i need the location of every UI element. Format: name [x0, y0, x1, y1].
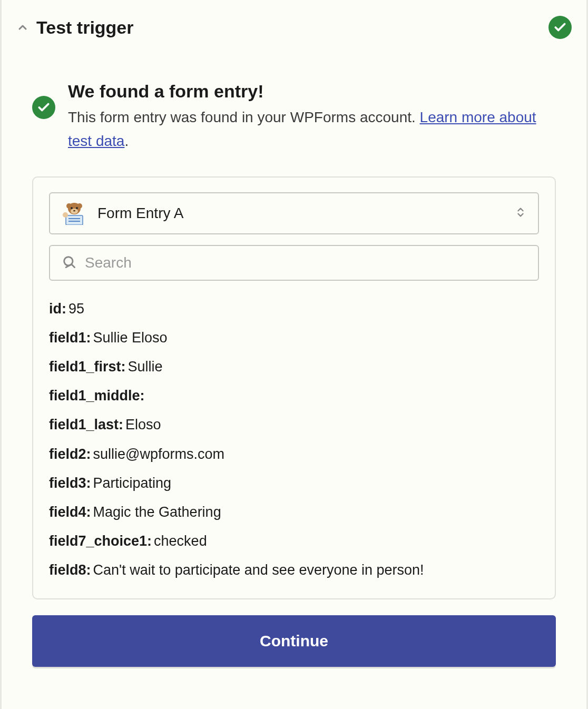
chevron-up-icon[interactable] — [16, 21, 29, 34]
found-description-prefix: This form entry was found in your WPForm… — [68, 109, 420, 125]
field-key: field7_choice1: — [49, 533, 152, 549]
svg-line-13 — [72, 264, 74, 267]
field-row: field4:Magic the Gathering — [49, 501, 539, 524]
field-row: field1_middle: — [49, 385, 539, 407]
field-value: Eloso — [125, 417, 161, 432]
chevron-updown-icon — [515, 206, 526, 220]
svg-rect-7 — [66, 215, 83, 225]
field-list: id:95 field1:Sullie Eloso field1_first:S… — [49, 298, 539, 582]
search-box[interactable] — [49, 245, 539, 281]
check-icon — [32, 96, 55, 119]
found-heading: We found a form entry! — [68, 81, 556, 102]
field-key: field2: — [49, 446, 91, 462]
field-row: field2:sullie@wpforms.com — [49, 443, 539, 466]
field-row: field3:Participating — [49, 472, 539, 495]
field-value: 95 — [68, 301, 84, 317]
field-key: field1_first: — [49, 359, 126, 375]
field-row: field1:Sullie Eloso — [49, 327, 539, 349]
field-value: Participating — [93, 475, 172, 491]
field-value: sullie@wpforms.com — [93, 446, 224, 462]
svg-point-5 — [76, 207, 78, 209]
field-row: field7_choice1:checked — [49, 530, 539, 553]
field-row: field1_last:Eloso — [49, 413, 539, 436]
dropdown-selected-label: Form Entry A — [97, 205, 183, 222]
field-key: field1: — [49, 330, 91, 346]
svg-point-4 — [71, 207, 73, 209]
field-value: Sullie Eloso — [93, 330, 168, 346]
form-entry-selector[interactable]: Form Entry A — [49, 192, 539, 234]
field-value: Sullie — [128, 359, 163, 375]
form-entry-card: Form Entry A id:95 field1:Sullie Eloso f… — [32, 176, 556, 600]
field-key: field1_middle: — [49, 388, 145, 403]
wpforms-icon — [62, 202, 87, 225]
found-entry-message: We found a form entry! This form entry w… — [16, 81, 572, 153]
section-title: Test trigger — [36, 17, 134, 38]
field-row: id:95 — [49, 298, 539, 320]
field-key: field4: — [49, 504, 91, 520]
field-value: checked — [154, 533, 207, 549]
found-description-suffix: . — [124, 133, 129, 149]
section-header: Test trigger — [16, 16, 572, 39]
field-key: field3: — [49, 475, 91, 491]
found-description: This form entry was found in your WPForm… — [68, 106, 556, 153]
field-key: id: — [49, 301, 66, 317]
search-input[interactable] — [85, 254, 526, 271]
status-success-icon — [548, 16, 572, 39]
svg-point-6 — [73, 210, 75, 211]
field-key: field1_last: — [49, 417, 123, 432]
field-row: field1_first:Sullie — [49, 356, 539, 378]
search-icon — [62, 254, 76, 271]
field-key: field8: — [49, 562, 91, 578]
field-value: Magic the Gathering — [93, 504, 221, 520]
continue-button[interactable]: Continue — [32, 615, 556, 667]
svg-point-10 — [63, 212, 68, 218]
field-row: field8:Can't wait to participate and see… — [49, 559, 539, 582]
field-value: Can't wait to participate and see everyo… — [93, 562, 424, 578]
